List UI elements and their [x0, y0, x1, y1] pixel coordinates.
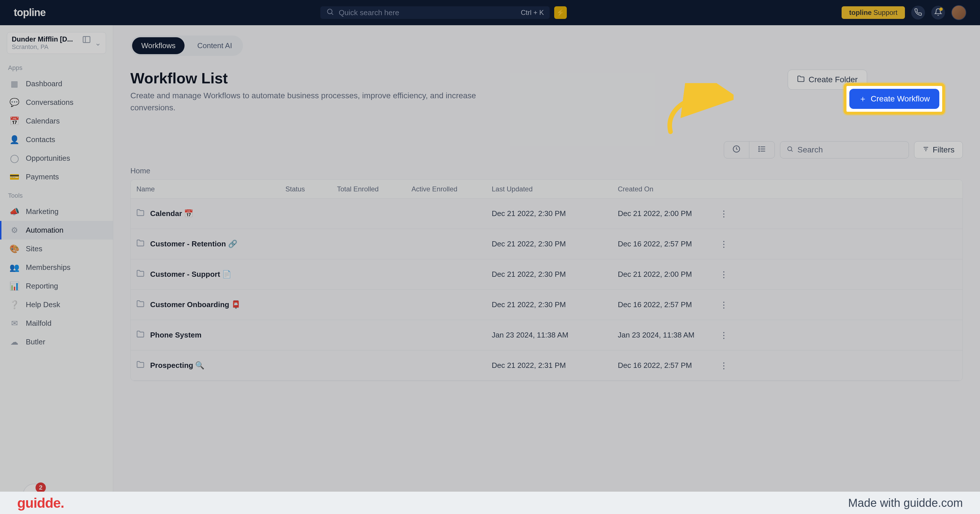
sidebar-item-dashboard[interactable]: ▦Dashboard [0, 75, 113, 93]
highlight-frame: ＋ Create Workflow [843, 83, 945, 115]
row-actions-button[interactable]: ⋮ [712, 208, 735, 219]
svg-line-12 [791, 150, 792, 151]
folder-icon [137, 360, 145, 371]
sidebar-item-label: Conversations [26, 98, 73, 107]
sidebar-item-mailfold[interactable]: ✉Mailfold [0, 314, 113, 333]
sidebar-item-help-desk[interactable]: ❔Help Desk [0, 295, 113, 314]
cell-last-updated: Dec 21 2022, 2:30 PM [492, 300, 618, 309]
search-icon [326, 8, 334, 18]
quick-search-kbd: Ctrl + K [521, 9, 544, 17]
quick-search-placeholder: Quick search here [339, 8, 399, 17]
table-row[interactable]: Phone SystemJan 23 2024, 11:38 AMJan 23 … [130, 320, 963, 350]
table-search-input[interactable]: Search [780, 141, 909, 158]
col-header-created-on: Created On [618, 185, 712, 193]
butler-icon: ☁ [9, 337, 19, 347]
contacts-icon: 👤 [9, 135, 19, 145]
row-actions-button[interactable]: ⋮ [712, 239, 735, 249]
notifications-button[interactable] [931, 6, 945, 19]
row-actions-button[interactable]: ⋮ [712, 360, 735, 371]
sidebar-item-contacts[interactable]: 👤Contacts [0, 130, 113, 149]
col-header-active-enrolled: Active Enrolled [412, 185, 492, 193]
sidebar-item-label: Butler [26, 337, 45, 346]
quick-search-input[interactable]: Quick search here Ctrl + K [320, 6, 550, 19]
chevron-down-icon: ⌄ [95, 39, 101, 48]
sidebar-item-label: Automation [26, 226, 64, 235]
tab-workflows[interactable]: Workflows [132, 37, 185, 54]
create-workflow-button[interactable]: ＋ Create Workflow [850, 89, 939, 109]
view-recent-button[interactable] [724, 142, 749, 158]
workflow-table: Name Status Total Enrolled Active Enroll… [130, 179, 963, 381]
folder-icon [137, 330, 145, 340]
col-header-total-enrolled: Total Enrolled [337, 185, 412, 193]
svg-point-0 [328, 9, 332, 13]
cell-created-on: Dec 21 2022, 2:00 PM [618, 270, 712, 279]
search-icon [787, 145, 794, 154]
bolt-button[interactable]: ⚡ [554, 6, 567, 19]
conversations-icon: 💬 [9, 98, 19, 107]
sidebar-item-sites[interactable]: 🎨Sites [0, 240, 113, 258]
account-name: Dunder Mifflin [D... [12, 35, 90, 43]
title-row: Workflow List Create and manage Workflow… [130, 70, 963, 114]
sidebar-item-butler[interactable]: ☁Butler [0, 333, 113, 351]
table-header-row: Name Status Total Enrolled Active Enroll… [130, 180, 963, 199]
sites-icon: 🎨 [9, 244, 19, 253]
sidebar-item-conversations[interactable]: 💬Conversations [0, 93, 113, 112]
sidebar-item-opportunities[interactable]: ◯Opportunities [0, 149, 113, 168]
sidebar-item-automation[interactable]: ⚙Automation [0, 221, 113, 240]
cell-name: Customer - Support 📄 [137, 269, 285, 279]
page-subtitle: Create and manage Workflows to automate … [130, 90, 509, 114]
folder-icon [797, 75, 805, 84]
cell-created-on: Dec 16 2022, 2:57 PM [618, 361, 712, 370]
support-label-bold: topline [849, 9, 872, 17]
sidebar-item-reporting[interactable]: 📊Reporting [0, 277, 113, 295]
sidebar-item-payments[interactable]: 💳Payments [0, 168, 113, 186]
cell-last-updated: Dec 21 2022, 2:30 PM [492, 270, 618, 279]
account-selector[interactable]: Dunder Mifflin [D... Scranton, PA ⌄ [7, 32, 106, 54]
cell-created-on: Dec 21 2022, 2:00 PM [618, 209, 712, 218]
table-row[interactable]: Customer - Support 📄Dec 21 2022, 2:30 PM… [130, 259, 963, 290]
notification-dot [939, 8, 943, 11]
cell-name: Customer - Retention 🔗 [137, 239, 285, 249]
sidebar-item-label: Reporting [26, 282, 58, 291]
table-row[interactable]: Calendar 📅Dec 21 2022, 2:30 PMDec 21 202… [130, 199, 963, 229]
sidebar-item-label: Calendars [26, 116, 60, 126]
row-actions-button[interactable]: ⋮ [712, 330, 735, 340]
memberships-icon: 👥 [9, 263, 19, 272]
cell-name: Customer Onboarding 📮 [137, 300, 285, 310]
phone-icon [914, 8, 922, 17]
svg-point-9 [759, 148, 760, 149]
mailfold-icon: ✉ [9, 318, 19, 328]
row-name-text: Calendar 📅 [150, 209, 193, 218]
row-actions-button[interactable]: ⋮ [712, 269, 735, 279]
sidebar-item-label: Opportunities [26, 154, 70, 163]
support-button[interactable]: topline Support [842, 6, 905, 19]
view-list-button[interactable] [749, 142, 775, 158]
helpdesk-icon: ❔ [9, 300, 19, 309]
cell-created-on: Jan 23 2024, 11:38 AM [618, 331, 712, 339]
row-name-text: Prospecting 🔍 [150, 361, 204, 370]
table-row[interactable]: Customer Onboarding 📮Dec 21 2022, 2:30 P… [130, 290, 963, 320]
table-row[interactable]: Customer - Retention 🔗Dec 21 2022, 2:30 … [130, 229, 963, 259]
avatar[interactable] [951, 5, 966, 20]
cell-name: Prospecting 🔍 [137, 360, 285, 371]
sidebar-item-marketing[interactable]: 📣Marketing [0, 202, 113, 221]
row-name-text: Phone System [150, 331, 202, 339]
row-actions-button[interactable]: ⋮ [712, 300, 735, 310]
folder-icon [137, 239, 145, 249]
table-search-placeholder: Search [797, 145, 823, 154]
brand-logo[interactable]: topline [14, 6, 46, 19]
tab-content-ai[interactable]: Content AI [188, 37, 241, 54]
sidebar-item-calendars[interactable]: 📅Calendars [0, 112, 113, 130]
clock-icon [732, 145, 741, 155]
svg-rect-2 [83, 37, 90, 42]
page-title: Workflow List [130, 70, 509, 87]
svg-line-1 [332, 13, 333, 14]
breadcrumb[interactable]: Home [130, 167, 963, 175]
calendars-icon: 📅 [9, 116, 19, 126]
table-row[interactable]: Prospecting 🔍Dec 21 2022, 2:31 PMDec 16 … [130, 350, 963, 381]
sidebar-item-memberships[interactable]: 👥Memberships [0, 258, 113, 277]
phone-button[interactable] [911, 6, 925, 19]
filters-button[interactable]: Filters [914, 141, 963, 158]
panel-toggle-button[interactable] [82, 35, 91, 46]
sidebar-section-tools: Tools [0, 186, 113, 202]
